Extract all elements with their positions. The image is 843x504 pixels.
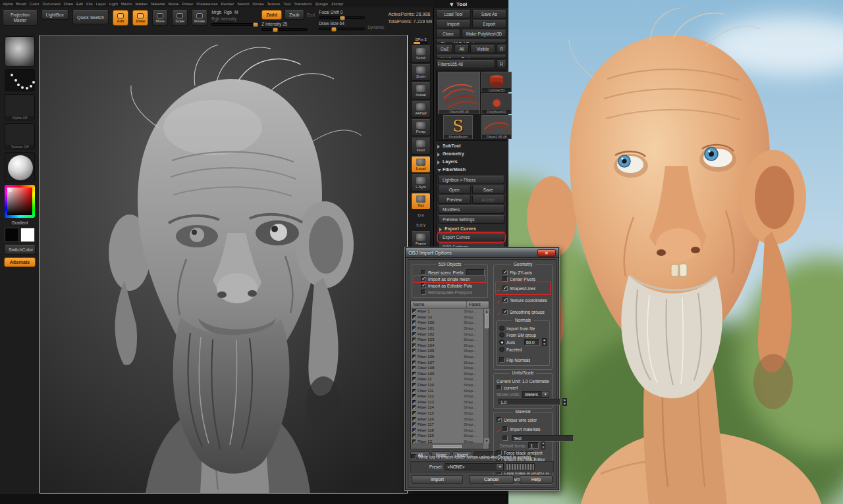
menu-item[interactable]: Movie [169, 2, 179, 6]
object-list-row[interactable]: Fiber 12 Shap... [411, 439, 483, 443]
row-checkbox[interactable] [412, 422, 416, 426]
alternate-button[interactable]: Alternate [4, 257, 36, 267]
menu-item[interactable]: Preferences [196, 2, 217, 6]
gradient-label[interactable]: Gradient [12, 220, 28, 225]
object-list-row[interactable]: Fiber 102 Shap... [411, 331, 483, 337]
scale-button[interactable]: Scale [172, 10, 188, 26]
dialog-title-bar[interactable]: OBJ Import Options ✕ [406, 248, 558, 258]
geometry-option-row[interactable]: Smoothing groups [496, 306, 550, 318]
object-list-row[interactable]: Fiber 103 Shap... [411, 337, 483, 343]
zsub-button[interactable]: Zsub [285, 10, 304, 20]
horizontal-scrollbar[interactable] [411, 443, 483, 449]
move-button[interactable]: Move [152, 10, 168, 26]
geometry-option-row[interactable]: Texture coordinates [496, 294, 550, 306]
row-checkbox[interactable] [412, 315, 416, 319]
zadd-button[interactable]: Zadd [261, 10, 282, 20]
faceted-radio[interactable] [499, 347, 504, 352]
object-list-row[interactable]: Fiber 114 Shap... [411, 405, 483, 411]
row-checkbox[interactable] [412, 326, 416, 330]
lightbox-fibers-button[interactable]: Lightbox > Fibers [438, 176, 504, 184]
fibers-open-button[interactable]: Open [438, 186, 471, 194]
quick-sketch-button[interactable]: Quick Sketch [72, 10, 109, 24]
import-confirm-button[interactable]: Import [412, 475, 463, 484]
faces-column-header[interactable]: Faces [466, 301, 489, 308]
object-list-row[interactable]: Fiber 104 Shap... [411, 343, 483, 349]
current-brush-thumbnail[interactable] [5, 36, 35, 66]
z-intensity-slider[interactable] [261, 28, 308, 31]
geometry-option-row[interactable]: Flip ZY-axis [496, 269, 550, 276]
close-button[interactable]: ✕ [537, 249, 556, 257]
menu-item[interactable]: Picker [182, 2, 194, 6]
object-list-row[interactable]: Fiber 112 Shap... [411, 393, 483, 399]
menu-item[interactable]: File [86, 2, 93, 6]
row-checkbox[interactable] [412, 349, 416, 353]
make-polymesh3d-button[interactable]: Make PolyMesh3D [462, 30, 506, 38]
menu-item[interactable]: Macro [121, 2, 132, 6]
rgb-intensity-slider[interactable] [211, 23, 258, 26]
import-button[interactable]: Import [436, 20, 471, 28]
menu-item[interactable]: Zscript [331, 2, 343, 6]
switch-color-button[interactable]: SwitchColor [4, 245, 36, 255]
menu-item[interactable]: Render [221, 2, 234, 6]
row-checkbox[interactable] [412, 366, 416, 370]
menu-item[interactable]: Edit [76, 2, 83, 6]
right-tray-button[interactable]: Xyz [411, 193, 431, 210]
current-tool-name[interactable]: Fibers165.48 [436, 60, 495, 68]
slider-thumb[interactable] [253, 22, 258, 27]
object-list-row[interactable]: Fiber 119 Shap... [411, 433, 483, 439]
subtool-section-header[interactable]: SubTool [436, 142, 506, 149]
clone-all-subtools-button[interactable]: Clone All SubTools [436, 39, 506, 43]
menu-item[interactable]: Stencil [237, 2, 249, 6]
right-tray-button[interactable]: L.Sym [411, 174, 431, 191]
default-bump-input[interactable] [528, 442, 539, 449]
projection-master-button[interactable]: Projection Master [3, 10, 38, 26]
save-as-button[interactable]: Save As [472, 10, 507, 18]
right-tray-button[interactable]: Persp [411, 119, 431, 136]
lightbox-tools-button[interactable]: Lightbox > Tools [436, 55, 506, 59]
fibermesh-section-header[interactable]: FiberMesh [436, 166, 506, 172]
row-checkbox[interactable] [412, 400, 416, 404]
row-checkbox[interactable] [412, 355, 416, 359]
write-log-checkbox[interactable] [411, 454, 416, 459]
dynamic-toggle[interactable]: Dynamic [367, 21, 384, 30]
row-checkbox[interactable] [412, 332, 416, 336]
right-tray-button[interactable]: Scroll [411, 45, 431, 63]
object-list-row[interactable]: Fiber 117 Shap... [411, 422, 483, 428]
spix-slider[interactable] [414, 42, 428, 44]
current-stroke-thumbnail[interactable] [5, 69, 35, 91]
color-picker[interactable] [5, 185, 35, 218]
cancel-button[interactable]: Cancel [469, 475, 514, 484]
menu-item[interactable]: Material [151, 2, 165, 6]
default-bump-spinner[interactable]: ▲▼ [541, 441, 545, 449]
right-tray-button[interactable]: Actual [411, 82, 431, 99]
right-tray-button[interactable]: Floor [411, 138, 431, 155]
row-checkbox[interactable] [412, 434, 416, 438]
object-list-row[interactable]: Fiber 101 Shap... [411, 326, 483, 332]
slider-thumb[interactable] [340, 16, 345, 20]
edit-button[interactable]: Edit [113, 10, 128, 26]
scrollbar-thumb[interactable] [433, 445, 462, 448]
import-editable-poly-checkbox[interactable] [421, 283, 426, 288]
current-material-thumbnail[interactable] [5, 152, 35, 182]
fibers-preview-button[interactable]: Preview [438, 195, 471, 204]
flip-normals-checkbox[interactable] [499, 357, 504, 363]
object-list-row[interactable]: Fiber 118 Shap... [411, 427, 483, 433]
row-checkbox[interactable] [412, 338, 416, 341]
object-list-row[interactable]: Fiber 110 Shap... [411, 382, 483, 388]
scroll-up-icon[interactable]: ▲ [484, 309, 489, 314]
right-tray-button[interactable]: Local [411, 156, 431, 173]
object-scale-spinner[interactable]: ▲▼ [562, 398, 567, 406]
row-checkbox[interactable] [412, 411, 416, 415]
row-checkbox[interactable] [412, 394, 416, 398]
material-prefix-input[interactable] [512, 435, 574, 441]
right-tray-button[interactable]: ↻XY [415, 221, 427, 230]
object-list-row[interactable]: Fiber 113 Shap... [411, 399, 483, 405]
object-list-row[interactable]: Fiber 108 Shap... [411, 365, 483, 371]
fibers-save-button[interactable]: Save [472, 186, 505, 194]
row-checkbox[interactable] [412, 377, 416, 381]
object-list-row[interactable]: Fiber 106 Shap... [411, 354, 483, 360]
geometry-checkbox[interactable] [503, 309, 508, 315]
preview-settings-button[interactable]: Preview Settings [438, 215, 504, 224]
export-button[interactable]: Export [472, 20, 507, 28]
clone-button[interactable]: Clone [436, 30, 460, 38]
